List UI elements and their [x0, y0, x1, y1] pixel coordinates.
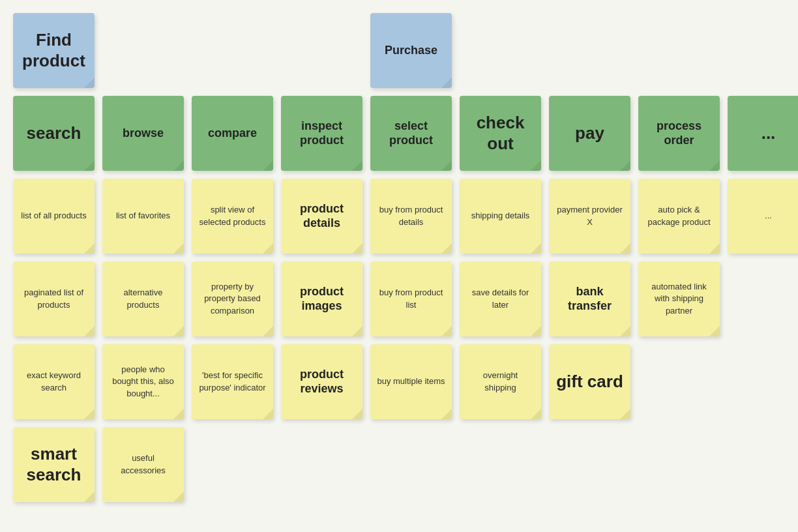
useful-accessories-label: useful accessories [109, 452, 177, 476]
buy-from-product-details-card: buy from product details [370, 179, 452, 254]
product-reviews-card: product reviews [281, 344, 362, 419]
gift-card-label: gift card [556, 372, 623, 392]
buy-from-product-list-card: buy from product list [370, 261, 452, 336]
property-comparison-label: property by property based comparison [198, 281, 267, 317]
inspect-product-label: inspect product [288, 119, 356, 147]
purchase-label: Purchase [385, 44, 437, 58]
check-out-label: check out [466, 113, 535, 153]
product-details-label: product details [288, 202, 356, 230]
useful-accessories-card: useful accessories [102, 427, 184, 502]
list-all-products-label: list of all products [21, 210, 86, 222]
list-all-products-card: list of all products [13, 179, 95, 254]
product-details-card: product details [281, 179, 362, 254]
compare-card: compare [192, 96, 273, 171]
best-for-purpose-label: 'best for specific purpose' indicator [198, 370, 267, 393]
people-who-bought-card: people who bought this, also bought... [102, 344, 184, 419]
paginated-list-card: paginated list of products [13, 261, 95, 336]
search-card: search [13, 96, 95, 171]
list-favorites-card: list of favorites [102, 179, 184, 254]
search-label: search [27, 123, 81, 143]
process-order-card: process order [638, 96, 720, 171]
ellipsis2-label: ... [765, 210, 772, 222]
purchase-card: Purchase [370, 13, 452, 88]
split-view-card: split view of selected products [192, 179, 273, 254]
automated-link-label: automated link with shipping partner [645, 281, 713, 317]
select-product-label: select product [377, 119, 445, 147]
automated-link-card: automated link with shipping partner [638, 261, 720, 336]
find-product-label: Find product [20, 30, 88, 70]
save-details-for-later-label: save details for later [466, 287, 535, 310]
list-favorites-label: list of favorites [116, 210, 170, 222]
exact-keyword-search-card: exact keyword search [13, 344, 95, 419]
shipping-details-card: shipping details [460, 179, 541, 254]
product-images-label: product images [288, 285, 356, 313]
buy-from-product-list-label: buy from product list [377, 287, 445, 310]
find-product-card: Find product [13, 13, 95, 88]
smart-search-label: smart search [20, 444, 88, 484]
people-who-bought-label: people who bought this, also bought... [109, 364, 177, 400]
compare-label: compare [208, 126, 257, 141]
check-out-card: check out [460, 96, 541, 171]
pay-card: pay [549, 96, 630, 171]
smart-search-card: smart search [13, 427, 95, 502]
product-images-card: product images [281, 261, 362, 336]
buy-multiple-card: buy multiple items [370, 344, 452, 419]
pay-label: pay [575, 123, 604, 143]
product-reviews-label: product reviews [288, 368, 356, 396]
split-view-label: split view of selected products [198, 204, 267, 228]
alternative-products-label: alternative products [109, 287, 177, 310]
alternative-products-card: alternative products [102, 261, 184, 336]
shipping-details-label: shipping details [471, 210, 530, 222]
board: Find product Purchase search browse comp… [13, 13, 785, 510]
payment-provider-x-card: payment provider X [549, 179, 630, 254]
browse-card: browse [102, 96, 184, 171]
ellipsis1-label: ... [761, 123, 776, 143]
exact-keyword-search-label: exact keyword search [20, 370, 88, 393]
paginated-list-label: paginated list of products [20, 287, 88, 310]
payment-provider-x-label: payment provider X [555, 204, 624, 228]
auto-pick-package-label: auto pick & package product [645, 204, 713, 228]
select-product-card: select product [370, 96, 452, 171]
save-details-for-later-card: save details for later [460, 261, 541, 336]
ellipsis2-card: ... [728, 179, 798, 254]
property-comparison-card: property by property based comparison [192, 261, 273, 336]
bank-transfer-card: bank transfer [549, 261, 630, 336]
ellipsis1-card: ... [728, 96, 798, 171]
grid: Find product Purchase search browse comp… [13, 13, 785, 510]
process-order-label: process order [645, 119, 713, 147]
buy-multiple-label: buy multiple items [377, 376, 445, 387]
inspect-product-card: inspect product [281, 96, 362, 171]
browse-label: browse [123, 126, 164, 141]
gift-card-card: gift card [549, 344, 630, 419]
overnight-shipping-card: overnight shipping [460, 344, 541, 419]
buy-from-product-details-label: buy from product details [377, 204, 445, 228]
auto-pick-package-card: auto pick & package product [638, 179, 720, 254]
bank-transfer-label: bank transfer [555, 285, 624, 313]
overnight-shipping-label: overnight shipping [466, 370, 535, 393]
best-for-purpose-card: 'best for specific purpose' indicator [192, 344, 273, 419]
